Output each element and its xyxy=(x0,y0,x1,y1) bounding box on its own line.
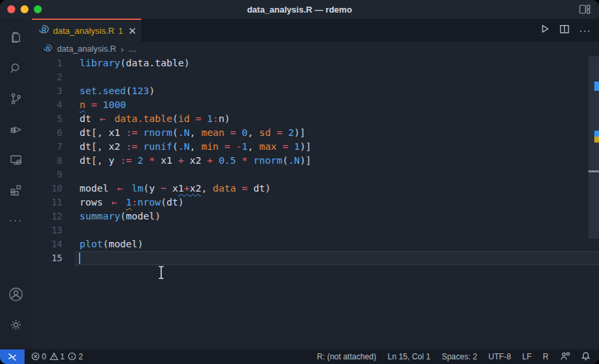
problems-summary[interactable]: 0 1 2 xyxy=(31,352,83,361)
code-editor[interactable]: 1library(data.table)23set.seed(123)4n = … xyxy=(32,56,599,349)
line-number: 13 xyxy=(32,223,62,237)
breadcrumb-separator: › xyxy=(121,44,123,54)
extensions-icon[interactable] xyxy=(0,175,32,206)
code-line[interactable]: 5dt ← data.table(id = 1:n) xyxy=(32,112,599,126)
error-count: 0 xyxy=(42,352,46,361)
explorer-icon[interactable] xyxy=(0,23,32,53)
activity-bar: ··· xyxy=(0,19,32,349)
error-icon xyxy=(31,352,40,361)
language-mode[interactable]: R xyxy=(543,352,549,361)
tab-label: data_analysis.R xyxy=(53,26,115,36)
customize-layout-icon[interactable] xyxy=(579,5,590,17)
notifications-bell-icon[interactable] xyxy=(581,351,590,363)
line-content: model ← lm(y ~ x1+x2, data = dt) xyxy=(62,182,271,196)
breadcrumb-symbol-ellipsis[interactable]: … xyxy=(128,44,137,54)
line-number: 15 xyxy=(32,251,62,265)
code-line[interactable]: 3set.seed(123) xyxy=(32,84,599,98)
info-count: 2 xyxy=(78,352,83,361)
run-file-icon[interactable] xyxy=(540,24,550,36)
overview-info-mark xyxy=(594,131,599,137)
indentation-setting[interactable]: Spaces: 2 xyxy=(442,352,477,361)
ibeam-mouse-cursor xyxy=(157,265,166,282)
overview-warning-mark xyxy=(594,137,599,143)
minimize-window-button[interactable] xyxy=(21,5,29,13)
close-window-button[interactable] xyxy=(7,5,15,13)
line-number: 8 xyxy=(32,154,62,168)
line-content: library(data.table) xyxy=(62,56,190,70)
line-number: 6 xyxy=(32,126,62,140)
code-line[interactable]: 4n = 1000 xyxy=(32,98,599,112)
line-content: dt[, y := 2 * x1 + x2 + 0.5 * rnorm(.N)] xyxy=(62,154,311,168)
line-number: 7 xyxy=(32,140,62,154)
window-title: data_analysis.R — rdemo xyxy=(0,5,599,15)
line-number: 3 xyxy=(32,84,62,98)
text-caret xyxy=(79,253,80,264)
line-number: 5 xyxy=(32,112,62,126)
tab-close-icon[interactable]: ✕ xyxy=(128,26,137,36)
line-number: 11 xyxy=(32,196,62,210)
search-icon[interactable] xyxy=(0,53,32,84)
line-content: n = 1000 xyxy=(62,98,126,112)
code-line[interactable]: 10model ← lm(y ~ x1+x2, data = dt) xyxy=(32,182,599,196)
split-editor-icon[interactable] xyxy=(560,25,569,36)
breadcrumb-file[interactable]: data_analysis.R xyxy=(57,44,116,54)
cursor-position[interactable]: Ln 15, Col 1 xyxy=(387,352,431,361)
feedback-icon[interactable] xyxy=(560,351,570,363)
tab-problems-badge: 1 xyxy=(119,27,123,36)
overview-cursor-mark xyxy=(588,170,599,172)
code-line[interactable]: 15 xyxy=(32,251,599,265)
status-bar: 0 1 2 R: (not attached) Ln 15, Col 1 Spa… xyxy=(0,349,599,364)
r-session-status[interactable]: R: (not attached) xyxy=(317,352,376,361)
code-line[interactable]: 7dt[, x2 := runif(.N, min = -1, max = 1)… xyxy=(32,140,599,154)
line-content xyxy=(62,223,80,237)
remote-explorer-icon[interactable] xyxy=(0,145,32,175)
code-line[interactable]: 8dt[, y := 2 * x1 + x2 + 0.5 * rnorm(.N)… xyxy=(32,154,599,168)
warning-icon xyxy=(50,352,58,361)
accounts-icon[interactable] xyxy=(0,279,32,310)
run-and-debug-icon[interactable] xyxy=(0,114,32,145)
code-line[interactable]: 14plot(model) xyxy=(32,237,599,251)
line-content: summary(model) xyxy=(62,210,161,223)
remote-indicator[interactable] xyxy=(0,349,25,364)
code-line[interactable]: 1library(data.table) xyxy=(32,56,599,70)
line-number: 12 xyxy=(32,210,62,223)
warning-count: 1 xyxy=(60,352,65,361)
vscode-window: data_analysis.R — rdemo xyxy=(0,0,599,364)
line-content xyxy=(62,70,80,84)
code-line[interactable]: 12summary(model) xyxy=(32,210,599,223)
code-line[interactable]: 11rows ← 1:nrow(dt) xyxy=(32,196,599,210)
line-content: rows ← 1:nrow(dt) xyxy=(62,196,184,210)
code-line[interactable]: 6dt[, x1 := rnorm(.N, mean = 0, sd = 2)] xyxy=(32,126,599,140)
additional-views-icon[interactable]: ··· xyxy=(0,206,32,236)
r-language-icon: R xyxy=(43,44,52,54)
line-number: 1 xyxy=(32,56,62,70)
editor-scrollbar[interactable] xyxy=(588,56,599,349)
line-content: dt ← data.table(id = 1:n) xyxy=(62,112,230,126)
eol-setting[interactable]: LF xyxy=(522,352,531,361)
code-line[interactable]: 13 xyxy=(32,223,599,237)
code-line[interactable]: 9 xyxy=(32,168,599,182)
line-content: dt[, x2 := runif(.N, min = -1, max = 1)] xyxy=(62,140,311,154)
source-control-icon[interactable] xyxy=(0,84,32,114)
line-number: 2 xyxy=(32,70,62,84)
overview-info-mark xyxy=(594,82,599,91)
line-number: 10 xyxy=(32,182,62,196)
code-line[interactable]: 2 xyxy=(32,70,599,84)
r-language-icon: R xyxy=(38,25,49,37)
line-content: set.seed(123) xyxy=(62,84,155,98)
tab-data-analysis[interactable]: R data_analysis.R 1 ✕ xyxy=(32,19,141,42)
code-lines: 1library(data.table)23set.seed(123)4n = … xyxy=(32,56,599,265)
line-number: 4 xyxy=(32,98,62,112)
settings-gear-icon[interactable] xyxy=(0,310,32,340)
info-icon xyxy=(68,352,76,361)
title-bar: data_analysis.R — rdemo xyxy=(0,0,599,19)
encoding-setting[interactable]: UTF-8 xyxy=(488,352,511,361)
zoom-window-button[interactable] xyxy=(34,5,42,13)
traffic-lights xyxy=(0,5,42,13)
breadcrumb: R data_analysis.R › … xyxy=(32,42,599,56)
more-actions-icon[interactable]: ··· xyxy=(579,25,591,36)
line-content: plot(model) xyxy=(62,237,143,251)
svg-text:R: R xyxy=(46,45,50,52)
tab-bar: R data_analysis.R 1 ✕ ··· xyxy=(32,19,599,42)
line-content xyxy=(62,251,80,265)
